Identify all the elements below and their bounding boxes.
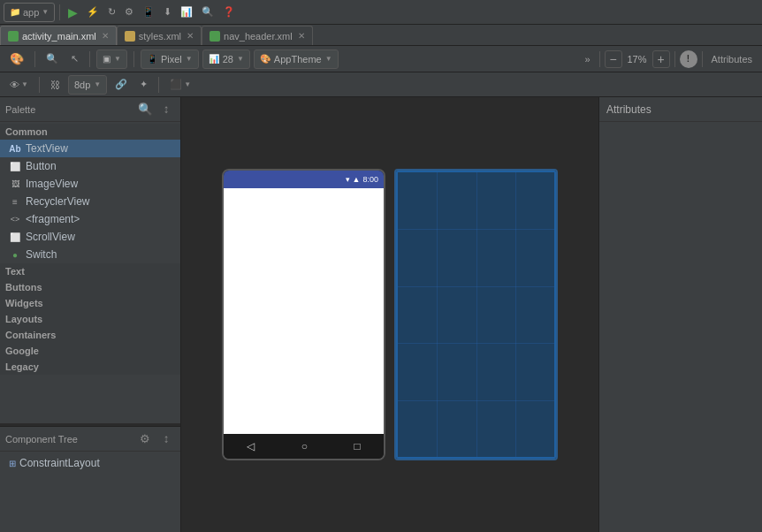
tab-label-styles: styles.xml bbox=[139, 31, 181, 42]
design-mode-icon: ▣ bbox=[103, 54, 110, 64]
theme-dropdown[interactable]: 🎨 AppTheme ▼ bbox=[254, 49, 339, 69]
zoom-plus-btn[interactable]: + bbox=[652, 50, 670, 68]
sep1 bbox=[59, 4, 60, 20]
nav-home-btn[interactable]: ○ bbox=[301, 440, 308, 452]
comp-tree-expand-btn[interactable]: ↕ bbox=[157, 430, 175, 448]
palette-item-scrollview[interactable]: ⬜ ScrollView bbox=[0, 228, 180, 246]
theme-arrow: ▼ bbox=[325, 55, 332, 63]
align-icon: ⬛ bbox=[170, 79, 182, 90]
api-dropdown[interactable]: 📊 28 ▼ bbox=[202, 49, 250, 69]
t2-sep2 bbox=[158, 77, 159, 93]
tab-close-nav[interactable]: ✕ bbox=[298, 31, 305, 41]
palette-category-containers: Containers bbox=[0, 327, 180, 343]
palette-item-fragment[interactable]: <> <fragment> bbox=[0, 210, 180, 228]
palette-search-btn[interactable]: 🔍 bbox=[136, 101, 154, 118]
run-btn[interactable]: ▶ bbox=[65, 3, 81, 22]
visibility-btn[interactable]: 👁 ▼ bbox=[5, 75, 33, 95]
palette-title: Palette bbox=[5, 104, 133, 115]
app-label: app bbox=[23, 7, 39, 18]
fragment-icon: <> bbox=[9, 213, 21, 225]
sync-btn[interactable]: ↻ bbox=[104, 3, 119, 22]
palette-sort-btn[interactable]: ↕ bbox=[157, 101, 175, 118]
align-btn[interactable]: ⬛ ▼ bbox=[165, 75, 195, 95]
attributes-btn[interactable]: Attributes bbox=[707, 49, 757, 69]
palette-list: Common Ab TextView ⬜ Button 🖼 ImageView … bbox=[0, 122, 180, 423]
align-arrow: ▼ bbox=[184, 80, 191, 88]
search-btn2[interactable]: 🔍 bbox=[198, 3, 217, 22]
device-dropdown[interactable]: 📱 Pixel ▼ bbox=[141, 49, 199, 69]
sparkle-icon: ✦ bbox=[140, 79, 148, 90]
design-mode-dropdown[interactable]: ▣ ▼ bbox=[96, 49, 127, 69]
component-tree-title: Component Tree bbox=[5, 434, 133, 445]
palette-toggle[interactable]: 🎨 bbox=[5, 49, 28, 69]
tab-label-nav: nav_header.xml bbox=[224, 31, 293, 42]
profile-icon: 📊 bbox=[180, 6, 193, 18]
api-icon: 📊 bbox=[209, 54, 219, 64]
more-btn[interactable]: » bbox=[580, 49, 594, 69]
component-tree-header: Component Tree ⚙ ↕ bbox=[0, 427, 180, 452]
palette-item-imageview[interactable]: 🖼 ImageView bbox=[0, 175, 180, 193]
build-btn[interactable]: ⚙ bbox=[121, 3, 137, 22]
center-canvas: ▾ ▲ 8:00 ◁ ○ □ bbox=[181, 97, 598, 532]
avd-btn[interactable]: 📱 bbox=[139, 3, 158, 22]
phone-time: 8:00 bbox=[362, 175, 378, 184]
phone-blueprint-view bbox=[394, 169, 558, 460]
cursor-btn[interactable]: ↖ bbox=[66, 49, 83, 69]
constraints-btn[interactable]: ⛓ bbox=[46, 75, 65, 95]
api-arrow: ▼ bbox=[237, 55, 244, 63]
main-area: Palette 🔍 ↕ Common Ab TextView ⬜ Button … bbox=[0, 97, 762, 532]
dp-label: 8dp bbox=[74, 80, 90, 90]
tab-close-activity[interactable]: ✕ bbox=[102, 31, 109, 41]
switch-icon: ● bbox=[9, 248, 21, 261]
sdk-btn[interactable]: ⬇ bbox=[160, 3, 175, 22]
file-tabs-row: activity_main.xml ✕ styles.xml ✕ nav_hea… bbox=[0, 25, 762, 46]
tab-close-styles[interactable]: ✕ bbox=[187, 31, 194, 41]
zoom-minus-btn[interactable]: − bbox=[605, 50, 622, 68]
theme-icon: 🎨 bbox=[260, 54, 271, 64]
palette-item-recyclerview[interactable]: ≡ RecyclerView bbox=[0, 193, 180, 210]
help-btn[interactable]: ❓ bbox=[219, 3, 239, 22]
zoom-plus-icon: + bbox=[657, 52, 664, 66]
comp-tree-settings-btn[interactable]: ⚙ bbox=[136, 430, 154, 448]
app-selector[interactable]: 📁 app ▼ bbox=[4, 3, 55, 22]
profile-btn[interactable]: 📊 bbox=[177, 3, 196, 22]
phone-design-view: ▾ ▲ 8:00 ◁ ○ □ bbox=[222, 169, 385, 460]
right-panel: Attributes bbox=[598, 97, 762, 532]
zoom-level: 17% bbox=[624, 54, 651, 65]
palette-item-button[interactable]: ⬜ Button bbox=[0, 157, 180, 175]
palette-category-legacy: Legacy bbox=[0, 359, 180, 375]
tab-nav-header[interactable]: nav_header.xml ✕ bbox=[202, 26, 313, 45]
phone-content-area[interactable] bbox=[224, 188, 384, 434]
zoom-sep bbox=[599, 51, 600, 67]
device-icon: 📱 bbox=[147, 54, 157, 64]
tab-label-activity: activity_main.xml bbox=[22, 31, 96, 42]
tab-styles[interactable]: styles.xml ✕ bbox=[117, 26, 202, 45]
palette-category-common: Common bbox=[0, 124, 180, 140]
tab-icon-styles bbox=[125, 31, 135, 42]
dp-dropdown[interactable]: 8dp ▼ bbox=[68, 75, 107, 95]
sparkle-btn[interactable]: ✦ bbox=[135, 75, 152, 95]
app-dropdown-arrow: ▼ bbox=[42, 8, 49, 16]
recyclerview-icon: ≡ bbox=[9, 195, 21, 208]
left-panel: Palette 🔍 ↕ Common Ab TextView ⬜ Button … bbox=[0, 97, 181, 532]
zoom-sep3 bbox=[702, 51, 703, 67]
nav-recent-btn[interactable]: □ bbox=[354, 440, 361, 452]
palette-item-switch[interactable]: ● Switch bbox=[0, 246, 180, 263]
search-icon2: 🔍 bbox=[202, 6, 214, 18]
textview-label: TextView bbox=[26, 142, 68, 155]
palette-icon: 🎨 bbox=[10, 52, 24, 65]
nav-back-btn[interactable]: ◁ bbox=[247, 440, 255, 452]
imageview-icon: 🖼 bbox=[9, 178, 21, 190]
constraint-layout-icon: ⊞ bbox=[9, 459, 16, 468]
component-tree-panel: Component Tree ⚙ ↕ ⊞ ConstraintLayout bbox=[0, 426, 180, 532]
magnet-btn[interactable]: 🔗 bbox=[110, 75, 132, 95]
textview-icon: Ab bbox=[9, 142, 21, 155]
t2-sep1 bbox=[39, 77, 40, 93]
warning-icon[interactable]: ! bbox=[680, 50, 697, 68]
search-layout-btn[interactable]: 🔍 bbox=[42, 49, 63, 69]
lightning-btn[interactable]: ⚡ bbox=[83, 3, 103, 22]
palette-category-google: Google bbox=[0, 343, 180, 359]
comp-tree-item-constraint[interactable]: ⊞ ConstraintLayout bbox=[5, 455, 175, 471]
palette-item-textview[interactable]: Ab TextView bbox=[0, 140, 180, 157]
tab-activity-main[interactable]: activity_main.xml ✕ bbox=[0, 26, 117, 45]
